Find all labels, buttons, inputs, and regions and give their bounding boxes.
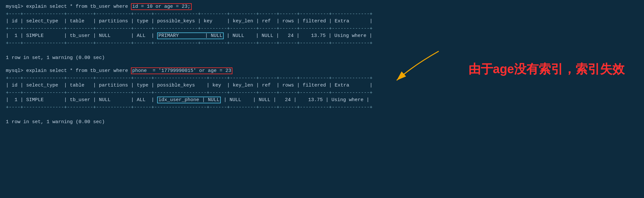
key-highlight-1: PRIMARY | NULL [157, 32, 224, 39]
header-row-1: | id | select_type | table | partitions … [6, 18, 638, 25]
key-highlight-2: idx_user_phone | NULL [157, 97, 221, 103]
separator-top-1: +----+--------------+---------+---------… [6, 11, 638, 18]
prompt-1: mysql> explain select * from tb_user whe… [6, 4, 131, 9]
data-row-2: | 1 | SIMPLE | tb_user | NULL | ALL | id… [6, 97, 638, 104]
separator-bot-1: +----+--------------+---------+---------… [6, 40, 638, 47]
footer-spacer-2 [6, 111, 638, 119]
warning-2: 1 row in set, 1 warning (0.00 sec) [6, 119, 638, 126]
query-line-1: mysql> explain select * from tb_user whe… [6, 3, 638, 11]
footer-1 [6, 47, 638, 54]
prompt-2: mysql> explain select * from tb_user whe… [6, 68, 131, 74]
annotation-arrow [387, 48, 452, 84]
separator-mid-2: +----+--------------+---------+---------… [6, 89, 638, 97]
data-row-1: | 1 | SIMPLE | tb_user | NULL | ALL | PR… [6, 32, 638, 40]
annotation-label: 由于age没有索引，索引失效 [468, 60, 625, 78]
header-row-2: | id | select_type | table | partitions … [6, 82, 638, 89]
terminal-block-1: mysql> explain select * from tb_user whe… [6, 3, 638, 62]
query-highlight-2: phone = '17799990015' or age = 23 [131, 67, 232, 74]
separator-mid-1: +----+--------------+---------+---------… [6, 25, 638, 33]
separator-bot-2: +----+--------------+---------+---------… [6, 104, 638, 111]
query-highlight-1: id = 10 or age = 23; [131, 3, 192, 10]
